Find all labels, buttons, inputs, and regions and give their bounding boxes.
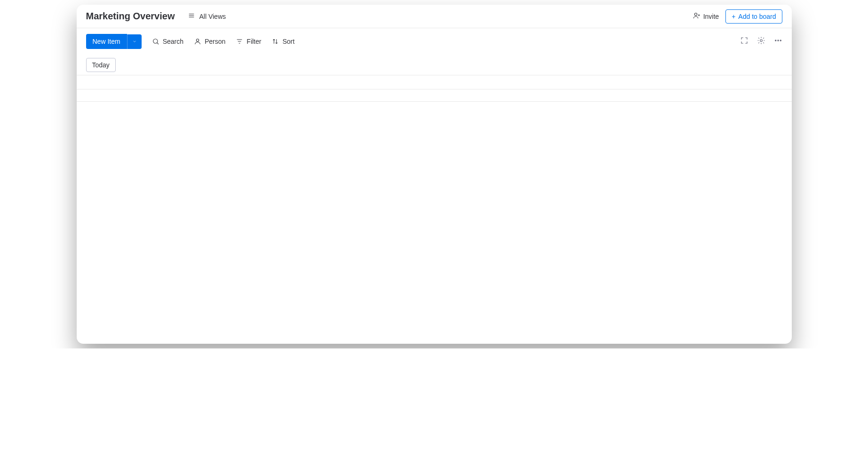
search-icon bbox=[152, 38, 159, 45]
fullscreen-icon[interactable] bbox=[740, 36, 749, 47]
app-window: Marketing Overview All Views Invite + Ad… bbox=[77, 5, 792, 344]
toolbar: New Item Search Person Filter Sort bbox=[77, 28, 792, 55]
more-icon[interactable] bbox=[774, 36, 782, 47]
person-label: Person bbox=[205, 38, 225, 45]
scale-bar: Today bbox=[77, 55, 792, 75]
filter-tool[interactable]: Filter bbox=[236, 38, 261, 45]
view-tab-label: All Views bbox=[199, 13, 226, 20]
timeline-canvas[interactable] bbox=[77, 102, 792, 325]
add-to-board-label: Add to board bbox=[738, 13, 776, 20]
board-title: Marketing Overview bbox=[86, 11, 175, 22]
search-tool[interactable]: Search bbox=[152, 38, 183, 45]
new-item-button[interactable]: New Item bbox=[86, 34, 127, 49]
plus-icon: + bbox=[732, 13, 735, 20]
svg-point-3 bbox=[760, 40, 762, 42]
person-icon bbox=[194, 38, 201, 45]
sort-tool[interactable]: Sort bbox=[271, 38, 295, 45]
person-tool[interactable]: Person bbox=[194, 38, 225, 45]
svg-point-1 bbox=[153, 39, 157, 43]
add-to-board-button[interactable]: + Add to board bbox=[725, 9, 782, 24]
svg-point-6 bbox=[780, 40, 781, 41]
view-tab-all[interactable]: All Views bbox=[185, 5, 229, 27]
filter-icon bbox=[236, 38, 243, 45]
top-bar: Marketing Overview All Views Invite + Ad… bbox=[77, 5, 792, 28]
svg-point-0 bbox=[694, 13, 697, 16]
timeline-area[interactable] bbox=[77, 75, 792, 325]
today-button[interactable]: Today bbox=[86, 58, 116, 72]
sort-icon bbox=[271, 38, 279, 45]
sort-label: Sort bbox=[282, 38, 295, 45]
svg-point-2 bbox=[196, 39, 199, 41]
svg-point-4 bbox=[775, 40, 776, 41]
invite-label: Invite bbox=[703, 13, 719, 20]
person-plus-icon bbox=[693, 12, 701, 21]
invite-button[interactable]: Invite bbox=[693, 12, 719, 21]
new-item-dropdown[interactable] bbox=[127, 34, 142, 49]
menu-icon bbox=[188, 12, 195, 21]
year-header-row bbox=[77, 75, 792, 89]
svg-point-5 bbox=[777, 40, 778, 41]
month-header-row bbox=[77, 89, 792, 102]
filter-label: Filter bbox=[247, 38, 261, 45]
chevron-down-icon bbox=[132, 39, 137, 44]
search-label: Search bbox=[163, 38, 183, 45]
gear-icon[interactable] bbox=[757, 36, 765, 47]
